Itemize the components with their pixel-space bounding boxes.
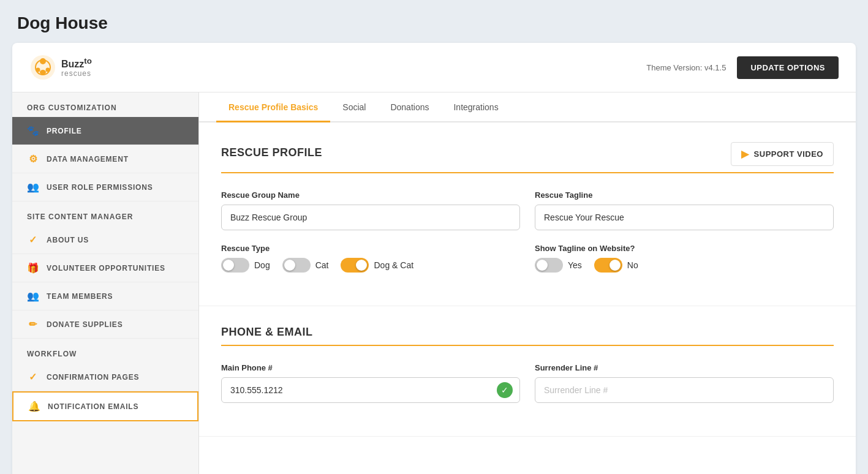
rescue-tagline-input[interactable] <box>535 205 834 230</box>
rescue-tagline-label: Rescue Tagline <box>535 190 834 200</box>
rescue-type-toggles: Dog Cat Dog & Cat <box>221 258 520 273</box>
sidebar-item-user-role-permissions[interactable]: 👥 USER ROLE PERMISSIONS <box>12 173 198 201</box>
surrender-line-label: Surrender Line # <box>535 363 834 372</box>
sidebar-label-notification-emails: NOTIFICATION EMAILS <box>48 402 138 411</box>
rescue-group-name-label: Rescue Group Name <box>221 190 520 200</box>
dog-cat-toggle[interactable] <box>341 258 369 273</box>
main-phone-label: Main Phone # <box>221 363 520 372</box>
logo-text: Buzzto rescues <box>61 57 92 78</box>
rescue-tagline-group: Rescue Tagline <box>535 190 834 230</box>
main-phone-input-wrapper: ✓ <box>221 377 520 403</box>
support-video-button[interactable]: ▶ SUPPORT VIDEO <box>731 142 834 166</box>
show-tagline-group: Show Tagline on Website? Yes No <box>535 244 834 273</box>
rescue-type-tagline-row: Rescue Type Dog Cat <box>221 244 834 273</box>
toggle-cat: Cat <box>282 258 329 273</box>
yes-toggle[interactable] <box>535 258 563 273</box>
dog-label: Dog <box>254 260 270 270</box>
users-icon: 👥 <box>27 181 39 193</box>
sidebar-item-confirmation-pages[interactable]: ✓ CONFIRMATION PAGES <box>12 363 198 391</box>
paw-icon: 🐾 <box>27 125 39 137</box>
site-content-manager-header: SITE CONTENT MANAGER <box>12 201 198 226</box>
sidebar-label-about-us: ABOUT US <box>47 236 89 244</box>
header-bar: Buzzto rescues Theme Version: v4.1.5 UPD… <box>12 43 856 92</box>
tab-donations[interactable]: Donations <box>378 92 441 122</box>
rescue-profile-divider <box>221 172 834 173</box>
sidebar-label-donate-supplies: DONATE SUPPLIES <box>47 320 123 329</box>
svg-point-3 <box>36 68 40 72</box>
rescue-type-label: Rescue Type <box>221 244 520 253</box>
panel-header-row: RESCUE PROFILE ▶ SUPPORT VIDEO <box>221 142 834 166</box>
show-tagline-label: Show Tagline on Website? <box>535 244 834 253</box>
theme-version: Theme Version: v4.1.5 <box>646 63 726 72</box>
body-layout: ORG CUSTOMIZATION 🐾 PROFILE ⚙ DATA MANAG… <box>12 92 856 474</box>
tab-social[interactable]: Social <box>330 92 378 122</box>
dog-cat-label: Dog & Cat <box>374 260 413 270</box>
svg-point-5 <box>40 70 46 75</box>
rescue-profile-title: RESCUE PROFILE <box>221 146 322 159</box>
main-phone-group: Main Phone # ✓ <box>221 363 520 403</box>
no-toggle[interactable] <box>594 258 622 273</box>
sidebar-item-about-us[interactable]: ✓ ABOUT US <box>12 226 198 254</box>
sidebar-item-donate-supplies[interactable]: ✏ DONATE SUPPLIES <box>12 310 198 339</box>
org-customization-header: ORG CUSTOMIZATION <box>12 92 198 117</box>
tab-integrations[interactable]: Integrations <box>441 92 510 122</box>
page-title: Dog House <box>0 0 868 43</box>
toggle-dog: Dog <box>221 258 270 273</box>
sidebar-item-volunteer-opportunities[interactable]: 🎁 VOLUNTEER OPPORTUNITIES <box>12 254 198 282</box>
phone-row: Main Phone # ✓ Surrender Line # <box>221 363 834 403</box>
sidebar-label-volunteer-opportunities: VOLUNTEER OPPORTUNITIES <box>47 264 165 273</box>
sidebar-label-profile: PROFILE <box>47 127 82 135</box>
tab-rescue-profile-basics[interactable]: Rescue Profile Basics <box>216 92 330 122</box>
sidebar-label-team-members: TEAM MEMBERS <box>47 292 113 301</box>
no-label: No <box>627 260 638 270</box>
sidebar-item-notification-emails[interactable]: 🔔 NOTIFICATION EMAILS <box>12 391 198 421</box>
logo-superscript: to <box>84 56 92 66</box>
rescue-group-name-input[interactable] <box>221 205 520 230</box>
sidebar-item-team-members[interactable]: 👥 TEAM MEMBERS <box>12 282 198 310</box>
phone-email-title: PHONE & EMAIL <box>221 326 834 339</box>
svg-point-2 <box>40 58 46 64</box>
check-circle-icon: ✓ <box>27 234 39 246</box>
cat-label: Cat <box>315 260 329 270</box>
cat-toggle[interactable] <box>282 258 311 273</box>
surrender-line-input[interactable] <box>535 377 834 403</box>
main-phone-input[interactable] <box>221 377 520 403</box>
gift-icon: 🎁 <box>27 262 39 274</box>
gear-icon: ⚙ <box>27 153 39 165</box>
sidebar-label-user-role-permissions: USER ROLE PERMISSIONS <box>47 183 153 192</box>
tabs-bar: Rescue Profile Basics Social Donations I… <box>199 92 856 122</box>
logo-buzz: Buzzto <box>61 57 92 70</box>
play-icon: ▶ <box>741 148 749 160</box>
team-icon: 👥 <box>27 290 39 302</box>
support-video-label: SUPPORT VIDEO <box>754 149 823 159</box>
rescue-name-tagline-row: Rescue Group Name Rescue Tagline <box>221 190 834 230</box>
dog-toggle[interactable] <box>221 258 249 273</box>
phone-verified-icon: ✓ <box>497 382 513 398</box>
phone-email-panel: PHONE & EMAIL Main Phone # ✓ Surrender L… <box>199 306 856 437</box>
sidebar-item-profile[interactable]: 🐾 PROFILE <box>12 117 198 145</box>
toggle-no: No <box>594 258 638 273</box>
sidebar-label-data-management: DATA MANAGEMENT <box>47 155 129 164</box>
sidebar: ORG CUSTOMIZATION 🐾 PROFILE ⚙ DATA MANAG… <box>12 92 199 474</box>
logo-area: Buzzto rescues <box>29 54 92 81</box>
toggle-dog-cat: Dog & Cat <box>341 258 413 273</box>
rescue-profile-panel: RESCUE PROFILE ▶ SUPPORT VIDEO Rescue Gr… <box>199 122 856 306</box>
workflow-header: WORKFLOW <box>12 339 198 363</box>
sidebar-item-data-management[interactable]: ⚙ DATA MANAGEMENT <box>12 145 198 173</box>
logo-rescues: rescues <box>61 70 92 78</box>
phone-email-divider <box>221 345 834 346</box>
update-options-button[interactable]: UPDATE OPTIONS <box>737 56 839 79</box>
toggle-yes: Yes <box>535 258 582 273</box>
main-container: Buzzto rescues Theme Version: v4.1.5 UPD… <box>12 43 856 474</box>
logo-icon <box>29 54 56 81</box>
check-icon: ✓ <box>27 371 39 383</box>
rescue-group-name-group: Rescue Group Name <box>221 190 520 230</box>
bell-icon: 🔔 <box>28 401 40 412</box>
tagline-toggles: Yes No <box>535 258 834 273</box>
content-area: Rescue Profile Basics Social Donations I… <box>199 92 856 474</box>
rescue-type-group: Rescue Type Dog Cat <box>221 244 520 273</box>
surrender-line-group: Surrender Line # <box>535 363 834 403</box>
svg-point-4 <box>46 68 50 72</box>
sidebar-label-confirmation-pages: CONFIRMATION PAGES <box>47 373 139 382</box>
pencil-icon: ✏ <box>27 318 39 330</box>
